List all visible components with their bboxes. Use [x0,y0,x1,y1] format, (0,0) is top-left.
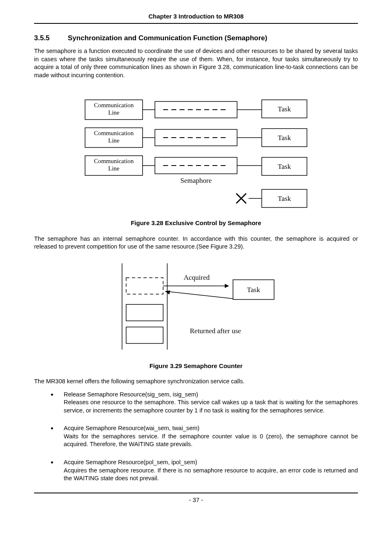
figure-3-28-caption: Figure 3.28 Exclusive Control by Semapho… [34,219,358,227]
comm-line-label-1a: Communication [94,102,134,108]
service-calls-intro: The MR308 kernel offers the following se… [34,378,358,386]
figure-3-28: Communication Line Communication Line Co… [69,92,323,211]
list-item: Acquire Semaphore Resource(pol_sem, ipol… [51,458,358,483]
service-call-list: Release Semaphore Resource(sig_sem, isig… [51,391,358,483]
task-label-1: Task [278,105,291,113]
section-heading: 3.5.5 Synchronization and Communication … [34,34,358,43]
svg-line-30 [165,291,233,299]
intro-paragraph: The semaphore is a function executed to … [34,47,358,79]
comm-line-label-2b: Line [108,137,120,144]
task-label-2: Task [278,134,291,142]
svg-rect-25 [126,304,163,321]
svg-rect-26 [126,327,163,343]
section-number: 3.5.5 [34,34,68,43]
comm-line-label-3b: Line [108,165,120,172]
svg-marker-28 [225,284,229,288]
list-item: Acquire Semaphore Resource(wai_sem, twai… [51,424,358,449]
bullet-body-2: Waits for the semaphores service. If the… [64,433,358,448]
acquired-label: Acquired [184,274,210,281]
bullet-head-3: Acquire Semaphore Resource(pol_sem, ipol… [64,459,197,465]
chapter-header: Chapter 3 Introduction to MR308 [34,12,358,24]
fig29-task-label: Task [247,286,260,294]
bullet-head-1: Release Semaphore Resource(sig_sem, isig… [64,391,198,398]
comm-line-label-1b: Line [108,109,120,116]
svg-rect-24 [126,278,163,294]
bullet-body-3: Acquires the semaphore resource. If ther… [64,467,358,482]
returned-label: Returned after use [190,327,241,335]
figure-3-29-caption: Figure 3.29 Semaphore Counter [34,362,358,370]
para-semaphore-counter: The semaphore has an internal semaphore … [34,235,358,251]
list-item: Release Semaphore Resource(sig_sem, isig… [51,391,358,415]
comm-line-label-3a: Communication [94,158,134,164]
footer-rule [34,493,358,493]
bullet-head-2: Acquire Semaphore Resource(wai_sem, twai… [64,425,199,431]
task-label-4: Task [278,195,291,203]
section-title: Synchronization and Communication Functi… [68,34,267,43]
page-number: - 37 - [34,496,358,504]
comm-line-label-2a: Communication [94,130,134,136]
semaphore-label: Semaphore [180,177,212,184]
task-label-3: Task [278,163,291,170]
figure-3-29: Acquired Task Returned after use [101,263,291,354]
document-page: Chapter 3 Introduction to MR308 3.5.5 Sy… [0,0,392,555]
bullet-body-1: Releases one resource to the semaphore. … [64,399,358,414]
